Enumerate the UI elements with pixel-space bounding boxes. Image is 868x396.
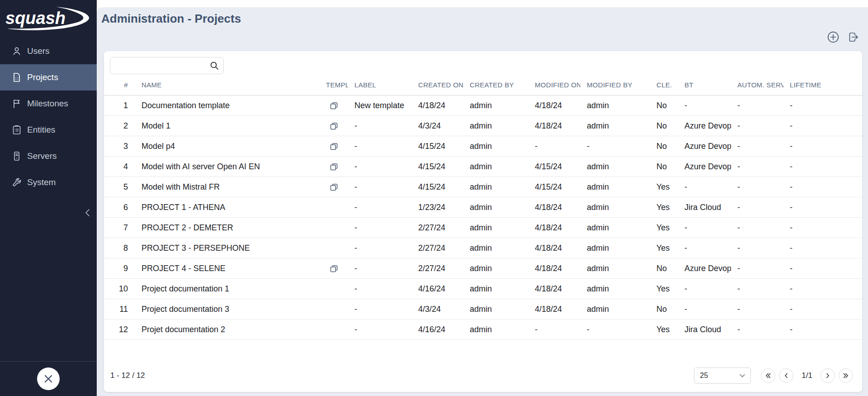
cell-modified_by: admin: [580, 95, 650, 116]
table-row[interactable]: 3Model p4 -4/15/24admin--NoAzure Devops-…: [104, 136, 862, 157]
table-row[interactable]: 2Model 1 -4/3/24admin4/18/24adminNoAzure…: [104, 116, 862, 136]
first-page-button[interactable]: [761, 368, 775, 383]
cell-cle: Yes: [650, 238, 678, 258]
column-header-[interactable]: #: [104, 74, 128, 95]
cell-modified_on: 4/18/24: [528, 116, 580, 136]
column-header-modified-by[interactable]: MODIFIED BY: [580, 74, 650, 95]
sidebar-item-projects[interactable]: Projects: [0, 64, 97, 91]
cell-name: Projet documentation 2: [128, 320, 320, 340]
table-row[interactable]: 7PROJECT 2 - DEMETER-2/27/24admin4/18/24…: [104, 218, 862, 238]
cell-autom_serv: -: [731, 177, 783, 197]
pagination: 25 1/1: [694, 367, 853, 384]
cell-cle: Yes: [650, 320, 678, 340]
sidebar-collapse-button[interactable]: [83, 207, 94, 218]
cell-modified_on: 4/18/24: [528, 258, 580, 279]
cell-autom_serv: -: [731, 157, 783, 177]
column-header-templ[interactable]: TEMPL.: [320, 74, 348, 95]
cell-name: PROJECT 2 - DEMETER: [128, 218, 320, 238]
cell-name: Project documentation 3: [128, 299, 320, 320]
double-chevron-left-icon: [765, 372, 771, 379]
last-page-button[interactable]: [839, 368, 853, 383]
column-header-created-on[interactable]: CREATED ON: [412, 74, 463, 95]
column-header-lifetime[interactable]: LIFETIME: [783, 74, 862, 95]
cell-template: [320, 157, 348, 177]
cell-label: -: [348, 136, 412, 157]
column-header-modified-on[interactable]: MODIFIED ON: [528, 74, 580, 95]
column-header-bt[interactable]: BT: [678, 74, 731, 95]
sidebar-nav: Users Projects Milestone: [0, 38, 97, 196]
table-row[interactable]: 1Documentation template New template4/18…: [104, 95, 862, 116]
cell-created_by: admin: [463, 258, 528, 279]
page-indicator: 1/1: [802, 371, 812, 380]
search-icon[interactable]: [210, 61, 219, 70]
cell-lifetime: -: [783, 279, 862, 299]
sidebar-item-label: System: [27, 177, 56, 187]
sidebar-item-system[interactable]: System: [0, 169, 97, 196]
cell-modified_on: -: [528, 320, 580, 340]
cell-bt: -: [678, 218, 731, 238]
table-row[interactable]: 8PROJECT 3 - PERSEPHONE-2/27/24admin4/18…: [104, 238, 862, 258]
cell-modified_on: 4/18/24: [528, 197, 580, 218]
cell-num: 7: [104, 218, 128, 238]
cell-num: 5: [104, 177, 128, 197]
cell-lifetime: -: [783, 197, 862, 218]
cell-name: Model with Mistral FR: [128, 177, 320, 197]
sidebar-item-servers[interactable]: Servers: [0, 143, 97, 169]
table-row[interactable]: 5Model with Mistral FR -4/15/24admin4/15…: [104, 177, 862, 197]
cell-modified_on: 4/15/24: [528, 157, 580, 177]
cell-bt: Azure Devops: [678, 116, 731, 136]
sidebar-item-milestones[interactable]: Milestones: [0, 91, 97, 117]
sidebar-item-label: Projects: [27, 72, 58, 82]
add-project-button[interactable]: [826, 30, 840, 44]
template-icon: [330, 101, 338, 110]
cell-modified_on: 4/18/24: [528, 238, 580, 258]
page-size-select[interactable]: 25: [694, 367, 751, 384]
chevron-left-icon: [83, 207, 92, 218]
cell-modified_by: -: [580, 320, 650, 340]
cell-modified_by: admin: [580, 197, 650, 218]
export-icon: [847, 31, 860, 43]
cell-name: PROJECT 3 - PERSEPHONE: [128, 238, 320, 258]
column-header-created-by[interactable]: CREATED BY: [463, 74, 528, 95]
cell-created_by: admin: [463, 157, 528, 177]
table-row[interactable]: 10Project documentation 1-4/16/24admin4/…: [104, 279, 862, 299]
template-icon: [330, 264, 338, 273]
column-header-name[interactable]: NAME: [128, 74, 320, 95]
sidebar-item-entities[interactable]: Entities: [0, 117, 97, 143]
next-page-button[interactable]: [821, 368, 835, 383]
cell-modified_on: 4/18/24: [528, 218, 580, 238]
cell-created_by: admin: [463, 136, 528, 157]
table-row[interactable]: 11Project documentation 3-4/3/24admin4/1…: [104, 299, 862, 320]
cell-label: -: [348, 279, 412, 299]
search-input[interactable]: [110, 57, 224, 74]
cell-created_by: admin: [463, 320, 528, 340]
cell-num: 12: [104, 320, 128, 340]
column-header-label[interactable]: LABEL: [348, 74, 412, 95]
cell-cle: No: [650, 136, 678, 157]
double-chevron-right-icon: [843, 372, 849, 379]
add-project-icon: [826, 30, 840, 44]
table-row[interactable]: 6PROJECT 1 - ATHENA-1/23/24admin4/18/24a…: [104, 197, 862, 218]
cell-bt: -: [678, 299, 731, 320]
cell-modified_by: admin: [580, 279, 650, 299]
cell-autom_serv: -: [731, 299, 783, 320]
cell-num: 3: [104, 136, 128, 157]
column-header-cle[interactable]: CLE.: [650, 74, 678, 95]
cell-bt: -: [678, 177, 731, 197]
cell-label: -: [348, 238, 412, 258]
sidebar-item-users[interactable]: Users: [0, 38, 97, 64]
cell-modified_on: 4/15/24: [528, 177, 580, 197]
table-row[interactable]: 9PROJECT 4 - SELENE -2/27/24admin4/18/24…: [104, 258, 862, 279]
cell-label: -: [348, 320, 412, 340]
table-row[interactable]: 4Model with AI server Open AI EN -4/15/2…: [104, 157, 862, 177]
table-row[interactable]: 12Projet documentation 2-4/16/24admin--Y…: [104, 320, 862, 340]
projects-table: #NAMETEMPL.LABELCREATED ONCREATED BYMODI…: [104, 74, 862, 340]
export-button[interactable]: [847, 31, 861, 44]
prev-page-button[interactable]: [779, 368, 793, 383]
close-admin-button[interactable]: [37, 367, 60, 390]
cell-autom_serv: -: [731, 258, 783, 279]
cell-name: Project documentation 1: [128, 279, 320, 299]
column-header-autom-serv[interactable]: AUTOM. SERV.: [731, 74, 783, 95]
cell-lifetime: -: [783, 320, 862, 340]
cell-created_on: 4/3/24: [412, 116, 463, 136]
